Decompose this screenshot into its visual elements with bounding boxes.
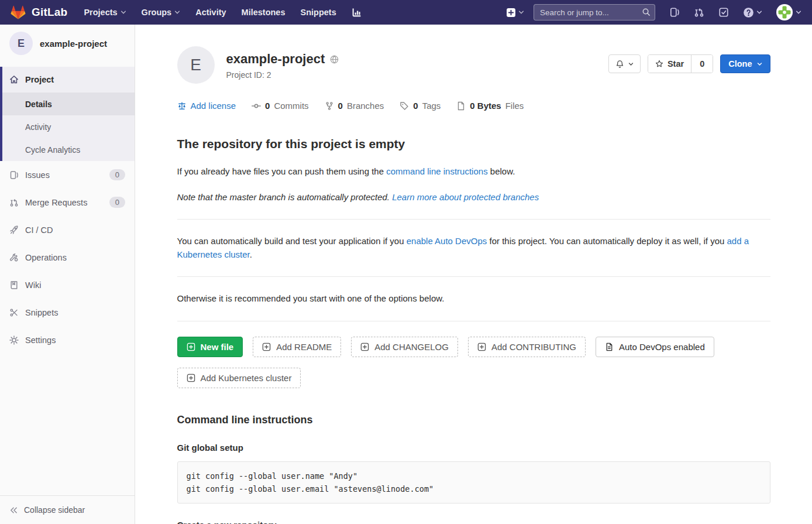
- chevron-down-icon: [796, 9, 801, 15]
- star-icon: [655, 60, 663, 68]
- license-scale-icon: [177, 101, 187, 111]
- divider: [177, 219, 770, 220]
- enable-auto-devops-link[interactable]: enable Auto DevOps: [407, 236, 487, 246]
- files-stat[interactable]: 0 Bytes Files: [456, 101, 524, 111]
- project-sidebar: E example-project Project Details Activi…: [0, 25, 135, 524]
- add-contributing-button[interactable]: Add CONTRIBUTING: [468, 337, 586, 357]
- push-instructions-paragraph: If you already have files you can push t…: [177, 165, 770, 179]
- nav-snippets[interactable]: Snippets: [301, 8, 336, 17]
- chevron-down-icon: [174, 9, 180, 15]
- scissors-icon: [9, 308, 19, 317]
- todos-icon[interactable]: [718, 7, 729, 18]
- charts-icon[interactable]: [352, 8, 362, 18]
- merge-requests-count-badge: 0: [109, 197, 125, 208]
- main-content: E example-project Project ID: 2: [135, 0, 812, 524]
- issues-count-badge: 0: [109, 169, 125, 180]
- nav-projects[interactable]: Projects: [84, 8, 126, 17]
- plus-square-icon: [360, 343, 369, 351]
- nav-activity[interactable]: Activity: [195, 8, 226, 17]
- nav-milestones[interactable]: Milestones: [242, 8, 285, 17]
- rocket-icon: [9, 225, 19, 235]
- sidebar-item-issues[interactable]: Issues 0: [0, 161, 135, 189]
- project-stats-row: Add license 0 Commits 0 Branches: [177, 101, 770, 111]
- book-icon: [9, 280, 19, 290]
- sidebar-item-snippets[interactable]: Snippets: [0, 299, 135, 326]
- protected-branches-link[interactable]: Learn more about protected branches: [392, 192, 539, 202]
- user-avatar: [776, 4, 793, 20]
- sidebar-project-header[interactable]: E example-project: [0, 25, 135, 62]
- new-file-button[interactable]: New file: [177, 337, 243, 357]
- divider: [177, 276, 770, 277]
- search-icon: [642, 8, 651, 16]
- wrench-icon: [9, 253, 19, 262]
- sidebar-group-project: Project Details Activity Cycle Analytics: [0, 67, 135, 161]
- clone-button[interactable]: Clone: [720, 54, 770, 73]
- plus-square-icon: [262, 343, 271, 351]
- sidebar-item-activity[interactable]: Activity: [0, 115, 135, 138]
- plus-square-icon: [477, 343, 486, 351]
- star-group: Star 0: [648, 54, 713, 73]
- notification-settings-button[interactable]: [608, 54, 641, 73]
- sidebar-item-settings[interactable]: Settings: [0, 326, 135, 354]
- sidebar-project-name: example-project: [40, 39, 107, 49]
- sidebar-item-wiki[interactable]: Wiki: [0, 271, 135, 299]
- help-menu-button[interactable]: [743, 7, 762, 18]
- add-readme-button[interactable]: Add README: [253, 337, 341, 357]
- chevron-down-icon: [757, 61, 762, 67]
- plus-square-icon: [187, 343, 195, 351]
- otherwise-paragraph: Otherwise it is recommended you start wi…: [177, 292, 770, 306]
- command-line-instructions-link[interactable]: command line instructions: [386, 166, 487, 176]
- protected-branch-note: Note that the master branch is automatic…: [177, 191, 770, 204]
- add-license-link[interactable]: Add license: [177, 101, 236, 111]
- star-count[interactable]: 0: [691, 55, 713, 73]
- issues-dashboard-icon[interactable]: [669, 7, 680, 18]
- commits-stat[interactable]: 0 Commits: [252, 101, 309, 111]
- chevron-down-icon: [518, 9, 524, 15]
- project-title: example-project: [226, 52, 325, 67]
- new-menu-button[interactable]: [506, 8, 524, 18]
- sidebar-item-details[interactable]: Details: [0, 93, 135, 115]
- add-kubernetes-cluster-button[interactable]: Add Kubernetes cluster: [177, 368, 301, 388]
- project-header: E example-project Project ID: 2: [177, 46, 770, 84]
- divider: [177, 321, 770, 321]
- bell-icon: [615, 60, 624, 69]
- git-global-setup-heading: Git global setup: [177, 443, 770, 453]
- add-changelog-button[interactable]: Add CHANGELOG: [351, 337, 458, 357]
- issues-icon: [9, 170, 19, 180]
- plus-square-icon: [187, 374, 195, 382]
- merge-request-icon: [9, 198, 19, 207]
- plus-square-icon: [506, 8, 516, 18]
- project-avatar-small: E: [9, 32, 33, 55]
- search-input[interactable]: [534, 4, 655, 20]
- star-button[interactable]: Star: [648, 55, 691, 73]
- doc-icon: [605, 343, 614, 351]
- tag-icon: [400, 101, 409, 111]
- chevron-down-icon: [756, 9, 762, 15]
- merge-requests-dashboard-icon[interactable]: [694, 7, 704, 18]
- chevron-down-icon: [628, 61, 634, 67]
- public-visibility-icon: [330, 55, 339, 64]
- nav-groups[interactable]: Groups: [142, 8, 181, 17]
- sidebar-item-project[interactable]: Project: [0, 67, 135, 93]
- collapse-sidebar-button[interactable]: Collapse sidebar: [0, 495, 135, 524]
- project-id: Project ID: 2: [226, 70, 339, 80]
- user-menu-button[interactable]: [776, 4, 801, 20]
- sidebar-item-operations[interactable]: Operations: [0, 244, 135, 271]
- sidebar-item-cycle-analytics[interactable]: Cycle Analytics: [0, 138, 135, 161]
- file-icon: [456, 101, 466, 111]
- git-global-setup-code[interactable]: git config --global user.name "Andy"git …: [177, 461, 770, 504]
- branch-icon: [325, 101, 334, 111]
- tanuki-icon: [11, 5, 26, 20]
- sidebar-item-ci-cd[interactable]: CI / CD: [0, 216, 135, 244]
- branches-stat[interactable]: 0 Branches: [325, 101, 384, 111]
- double-chevron-left-icon: [9, 506, 18, 515]
- gear-icon: [9, 335, 19, 345]
- auto-devops-enabled-button[interactable]: Auto DevOps enabled: [596, 337, 714, 357]
- sidebar-item-merge-requests[interactable]: Merge Requests 0: [0, 189, 135, 216]
- tags-stat[interactable]: 0 Tags: [400, 101, 441, 111]
- autodevops-paragraph: You can automatically build and test you…: [177, 235, 770, 261]
- gitlab-logo[interactable]: GitLab: [11, 5, 67, 20]
- help-icon: [743, 7, 754, 18]
- create-repo-heading: Create a new repository: [177, 520, 770, 524]
- global-search: [534, 4, 655, 20]
